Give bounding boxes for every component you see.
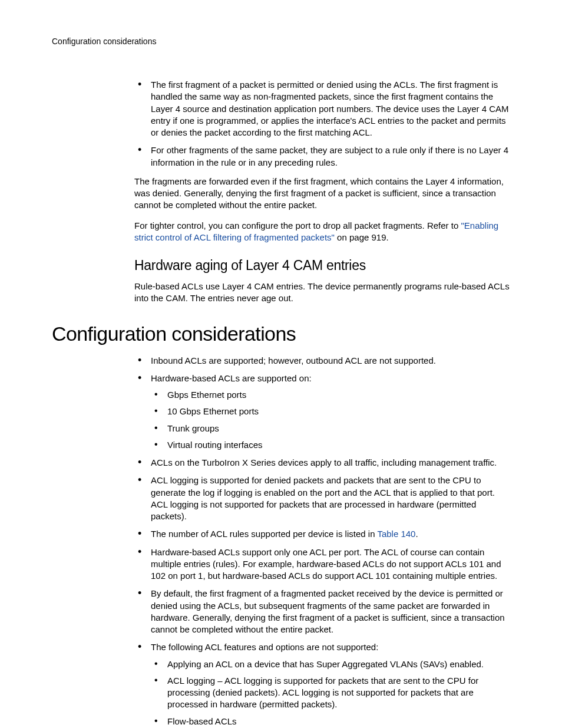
config-bullets: Inbound ACLs are supported; however, out… [134,355,510,727]
paragraph: Rule-based ACLs use Layer 4 CAM entries.… [134,281,510,305]
body-column: Inbound ACLs are supported; however, out… [134,355,510,727]
text-run: Hardware-based ACLs are supported on: [151,373,312,383]
list-item: Gbps Ethernet ports [151,389,510,401]
list-item: Virtual routing interfaces [151,439,510,451]
text-run: on page 919. [335,232,389,242]
list-item: By default, the first fragment of a frag… [134,588,510,635]
heading-configuration-considerations: Configuration considerations [52,322,510,345]
list-item: Hardware-based ACLs are supported on: Gb… [134,373,510,451]
list-item: 10 Gbps Ethernet ports [151,406,510,417]
list-item: The following ACL features and options a… [134,641,510,727]
paragraph: The fragments are forwarded even if the … [134,176,510,212]
text-run: The number of ACL rules supported per de… [151,529,377,539]
heading-hardware-aging: Hardware aging of Layer 4 CAM entries [134,258,510,274]
text-run: . [415,529,418,539]
fragment-bullets: The first fragment of a packet is permit… [134,79,510,169]
link-table-140[interactable]: Table 140 [377,529,415,539]
page: Configuration considerations The first f… [0,0,562,728]
sub-list: Applying an ACL on a device that has Sup… [151,658,510,727]
list-item: For other fragments of the same packet, … [134,144,510,169]
list-item: Trunk groups [151,423,510,434]
text-run: For tighter control, you can configure t… [134,220,461,230]
list-item: ACLs on the TurboIron X Series devices a… [134,457,510,469]
text-run: The following ACL features and options a… [151,642,378,652]
list-item: Hardware-based ACLs support only one ACL… [134,546,510,582]
list-item: Applying an ACL on a device that has Sup… [151,658,510,670]
list-item: The first fragment of a packet is permit… [134,79,510,139]
list-item: Flow-based ACLs [151,716,510,727]
paragraph: For tighter control, you can configure t… [134,220,510,244]
sub-list: Gbps Ethernet ports 10 Gbps Ethernet por… [151,389,510,451]
body-column: The first fragment of a packet is permit… [134,79,510,305]
list-item: ACL logging is supported for denied pack… [134,475,510,522]
list-item: The number of ACL rules supported per de… [134,528,510,540]
list-item: Inbound ACLs are supported; however, out… [134,355,510,367]
running-header: Configuration considerations [52,37,510,46]
list-item: ACL logging – ACL logging is supported f… [151,675,510,711]
